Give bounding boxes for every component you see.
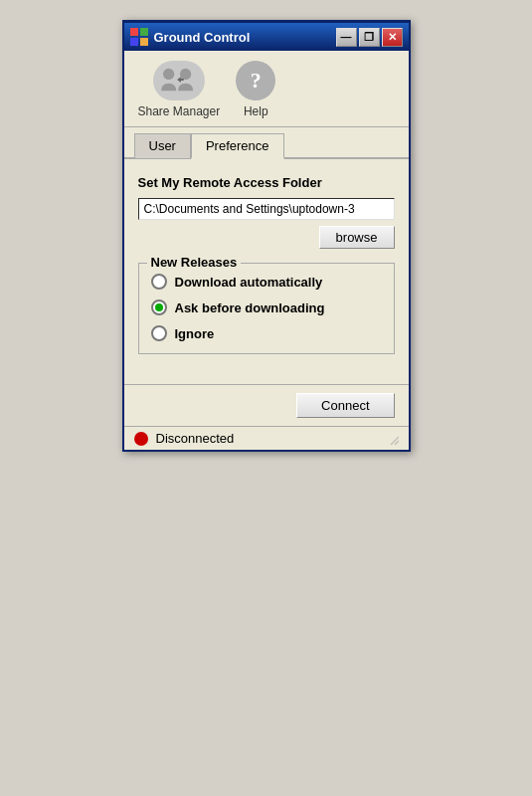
radio-ignore[interactable]: Ignore [151,325,382,341]
svg-rect-3 [140,38,148,46]
content-area: Set My Remote Access Folder browse New R… [124,159,409,384]
folder-section-title: Set My Remote Access Folder [138,175,395,190]
svg-rect-0 [130,28,138,36]
toolbar: Share Manager ? Help [124,51,409,127]
radio-outer-download-auto [151,274,167,290]
svg-line-7 [395,441,399,445]
new-releases-legend: New Releases [147,255,242,270]
window-title: Ground Control [154,30,336,45]
status-text: Disconnected [156,431,235,446]
svg-rect-2 [130,38,138,46]
bottom-bar: Connect [124,384,409,426]
resize-handle[interactable] [387,433,399,445]
restore-button[interactable]: ❐ [359,28,380,47]
main-window: Ground Control — ❐ ✕ S [122,20,411,452]
connect-button[interactable]: Connect [296,393,394,418]
browse-row: browse [138,226,395,249]
status-bar: Disconnected [124,426,409,450]
tab-user[interactable]: User [134,133,191,159]
radio-label-ask-before: Ask before downloading [175,300,325,315]
new-releases-group: New Releases Download automatically Ask … [138,263,395,354]
tab-preference[interactable]: Preference [191,133,284,159]
help-icon: ? [236,61,275,100]
svg-point-5 [180,69,191,80]
close-button[interactable]: ✕ [382,28,403,47]
radio-label-download-auto: Download automatically [175,275,323,290]
radio-label-ignore: Ignore [175,326,215,341]
help-label: Help [244,104,268,118]
status-indicator [134,432,148,446]
help-button[interactable]: ? Help [236,61,275,118]
folder-input[interactable] [138,198,395,220]
minimize-button[interactable]: — [336,28,357,47]
browse-button[interactable]: browse [319,226,395,249]
share-manager-button[interactable]: Share Manager [138,61,221,118]
radio-inner-ask-before [155,303,163,311]
window-controls: — ❐ ✕ [336,28,403,47]
radio-download-auto[interactable]: Download automatically [151,274,382,290]
app-icon [130,28,148,46]
radio-outer-ignore [151,325,167,341]
svg-point-4 [163,69,174,80]
radio-outer-ask-before [151,299,167,315]
share-manager-icon [153,61,205,100]
tab-bar: User Preference [124,127,409,159]
svg-rect-1 [140,28,148,36]
svg-line-6 [391,437,399,445]
radio-ask-before[interactable]: Ask before downloading [151,299,382,315]
title-bar: Ground Control — ❐ ✕ [124,23,409,51]
share-manager-label: Share Manager [138,104,221,118]
